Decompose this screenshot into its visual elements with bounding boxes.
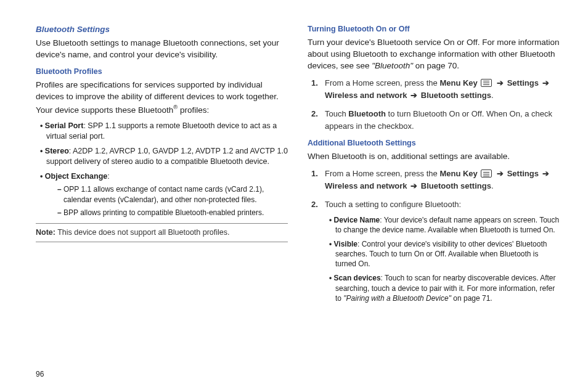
- profiles-intro-a: Profiles are specifications for services…: [36, 80, 279, 114]
- opt2-label: Visible: [334, 240, 357, 248]
- opt2-text: : Control your device's visibility to ot…: [335, 240, 547, 268]
- config-options-list: Device Name: Your device's default name …: [325, 215, 560, 304]
- object-exchange-sublist: OPP 1.1 allows exchange of contact name …: [46, 184, 288, 218]
- sec1-intro: Turn your device's Bluetooth service On …: [308, 37, 560, 72]
- note-label: Note:: [36, 228, 55, 237]
- step2-a: Touch: [325, 109, 348, 118]
- right-column: Turning Bluetooth On or Off Turn your de…: [308, 25, 560, 309]
- bt-settings-label2: Bluetooth settings: [421, 181, 491, 190]
- note-block: Note: This device does not support all B…: [36, 223, 288, 243]
- arrow-icon: ➔: [497, 78, 504, 88]
- sub-bpp: BPP allows printing to compatible Blueto…: [57, 208, 288, 218]
- arrow-icon: ➔: [497, 169, 504, 178]
- profiles-intro: Profiles are specifications for services…: [36, 80, 288, 116]
- step1-a2: From a Home screen, press the: [325, 169, 439, 178]
- profiles-bullet-list: Serial Port: SPP 1.1 supports a remote B…: [36, 121, 288, 218]
- sec1-step2: Touch Bluetooth to turn Bluetooth On or …: [308, 108, 560, 133]
- intro-paragraph: Use Bluetooth settings to manage Bluetoo…: [36, 38, 288, 61]
- note-paragraph: Note: This device does not support all B…: [36, 227, 288, 239]
- sec2-step2: Touch a setting to configure Bluetooth: …: [308, 198, 560, 303]
- text-stereo: : A2DP 1.2, AVRCP 1.0, GAVDP 1.2, AVDTP …: [46, 147, 288, 166]
- opt3-text-b: on page 71.: [453, 294, 492, 303]
- bullet-serial-port: Serial Port: SPP 1.1 supports a remote B…: [40, 121, 288, 142]
- bluetooth-ref: "Bluetooth": [372, 61, 413, 70]
- arrow-icon: ➔: [542, 78, 549, 88]
- sec2-steps: From a Home screen, press the Menu Key ➔…: [308, 168, 560, 303]
- step1-a: From a Home screen, press the: [325, 78, 439, 88]
- step2-config: Touch a setting to configure Bluetooth:: [325, 200, 461, 209]
- opt-scan-devices: Scan devices: Touch to scan for nearby d…: [329, 273, 560, 303]
- settings-label: Settings: [507, 78, 539, 88]
- menu-key-label2: Menu Key: [439, 169, 477, 178]
- settings-label2: Settings: [507, 169, 539, 178]
- arrow-icon: ➔: [542, 169, 549, 178]
- subheading-additional-bt: Additional Bluetooth Settings: [308, 139, 560, 147]
- label-serial-port: Serial Port: [45, 121, 84, 130]
- label-stereo: Stereo: [45, 147, 69, 155]
- left-column: Bluetooth Settings Use Bluetooth setting…: [36, 25, 288, 309]
- opt-device-name: Device Name: Your device's default name …: [329, 215, 560, 235]
- opt3-label: Scan devices: [334, 274, 381, 282]
- bullet-object-exchange: Object Exchange: OPP 1.1 allows exchange…: [40, 171, 288, 218]
- wireless-label: Wireless and network: [325, 91, 407, 100]
- opt1-label: Device Name: [334, 216, 380, 224]
- bluetooth-bold: Bluetooth: [348, 109, 386, 118]
- bt-settings-label: Bluetooth settings: [421, 91, 491, 100]
- subheading-bluetooth-profiles: Bluetooth Profiles: [36, 67, 288, 76]
- arrow-icon: ➔: [410, 181, 417, 190]
- bullet-stereo: Stereo: A2DP 1.2, AVRCP 1.0, GAVDP 1.2, …: [40, 146, 288, 168]
- arrow-icon: ➔: [410, 91, 417, 100]
- menu-key-icon: [481, 169, 492, 178]
- subheading-turning-bt-on-off: Turning Bluetooth On or Off: [308, 25, 560, 33]
- two-column-layout: Bluetooth Settings Use Bluetooth setting…: [36, 25, 560, 309]
- profiles-intro-b: profiles:: [178, 105, 209, 114]
- sec2-step1: From a Home screen, press the Menu Key ➔…: [308, 168, 560, 192]
- sec1-steps: From a Home screen, press the Menu Key ➔…: [308, 77, 560, 133]
- section-heading-bluetooth-settings: Bluetooth Settings: [36, 25, 288, 34]
- menu-key-icon: [481, 79, 492, 87]
- sec1-step1: From a Home screen, press the Menu Key ➔…: [308, 77, 560, 102]
- label-object-exchange: Object Exchange: [45, 172, 107, 181]
- menu-key-label: Menu Key: [439, 78, 477, 88]
- opt-visible: Visible: Control your device's visibilit…: [329, 239, 560, 269]
- note-body: This device does not support all Bluetoo…: [55, 228, 230, 237]
- wireless-label2: Wireless and network: [325, 181, 407, 190]
- page-number: 96: [36, 370, 44, 378]
- sub-opp: OPP 1.1 allows exchange of contact name …: [57, 184, 288, 205]
- sec2-intro: When Bluetooth is on, additional setting…: [308, 151, 560, 163]
- text-object-exchange: :: [107, 172, 109, 181]
- pairing-ref: "Pairing with a Bluetooth Device": [343, 294, 453, 303]
- sec1-intro-b: on page 70.: [413, 61, 459, 70]
